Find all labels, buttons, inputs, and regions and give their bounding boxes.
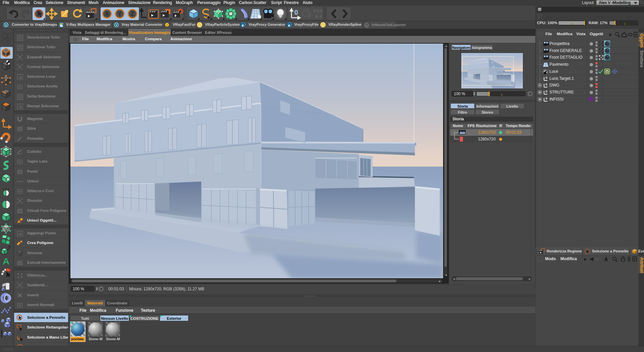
svg-text:2: 2 xyxy=(166,23,168,27)
svg-text:X: X xyxy=(105,11,109,17)
svg-text:Y: Y xyxy=(118,11,122,17)
svg-text:0: 0 xyxy=(545,97,547,100)
svg-text:A: A xyxy=(3,256,9,267)
svg-text:0: 0 xyxy=(545,90,547,93)
svg-text:0: 0 xyxy=(545,76,547,79)
svg-text:0: 0 xyxy=(294,9,298,16)
svg-text:Z: Z xyxy=(131,11,134,17)
svg-text:0: 0 xyxy=(545,83,547,86)
svg-text:PSR: PSR xyxy=(314,9,324,13)
svg-text:i: i xyxy=(309,11,311,19)
svg-text:0: 0 xyxy=(320,14,322,19)
